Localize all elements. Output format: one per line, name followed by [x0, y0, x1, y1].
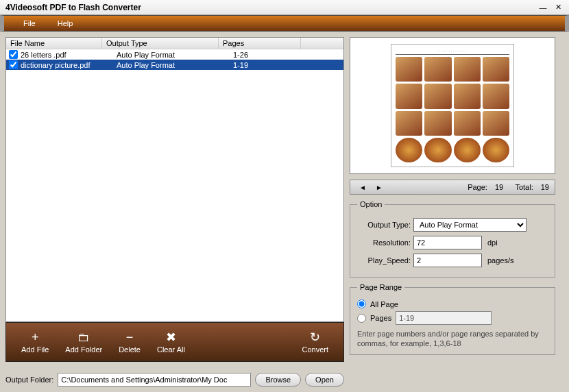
menu-help[interactable]: Help [47, 16, 84, 30]
preview-header: · · · · · · · · · · · · · · [396, 49, 509, 55]
pages-row: Pages [357, 311, 548, 325]
table-row[interactable]: 26 letters .pdfAuto Play Format1-26 [6, 49, 343, 60]
preview-pane: · · · · · · · · · · · · · · [350, 37, 555, 174]
output-folder-row: Output Folder: Browse Open [5, 373, 344, 387]
next-page-button[interactable]: ► [372, 184, 386, 191]
titlebar: 4Videosoft PDF to Flash Converter — ✕ [0, 0, 569, 15]
page-range-fieldset: Page Range All Page Pages Enter page num… [350, 283, 555, 355]
left-panel: File Name Output Type Pages 26 letters .… [5, 37, 344, 387]
all-page-radio[interactable] [357, 299, 366, 308]
row-checkbox[interactable] [9, 60, 18, 69]
preview-item-icon [424, 57, 451, 82]
speed-input[interactable] [413, 254, 482, 267]
all-page-label: All Page [370, 300, 398, 308]
preview-item-icon [396, 111, 422, 136]
output-type-label: Output Type: [357, 221, 411, 229]
col-header-pages[interactable]: Pages [219, 38, 301, 49]
cell-filename: 26 letters .pdf [21, 51, 117, 59]
output-folder-label: Output Folder: [5, 376, 53, 384]
cell-output-type: Auto Play Format [117, 61, 233, 69]
preview-item-icon [396, 84, 422, 108]
add-file-button[interactable]: + Add File [13, 328, 57, 356]
page-label: Page: [468, 183, 487, 191]
output-folder-input[interactable] [58, 373, 251, 387]
preview-item-icon [396, 138, 422, 162]
file-list: File Name Output Type Pages 26 letters .… [5, 37, 344, 322]
menubar: File Help [0, 15, 569, 32]
preview-item-icon [424, 138, 451, 162]
close-button[interactable]: ✕ [553, 3, 564, 12]
pages-radio[interactable] [357, 314, 366, 323]
resolution-input[interactable] [413, 236, 482, 249]
clear-all-button[interactable]: ✖ Clear All [149, 328, 193, 356]
pages-label: Pages [370, 314, 391, 322]
option-fieldset: Option Output Type: Auto Play Format Res… [350, 200, 555, 278]
col-header-type[interactable]: Output Type [102, 38, 219, 49]
speed-label: Play_Speed: [357, 256, 411, 265]
add-folder-label: Add Folder [65, 345, 102, 354]
preview-item-icon [424, 111, 451, 136]
preview-item-icon [454, 57, 481, 82]
preview-item-icon [483, 138, 509, 162]
preview-item-icon [454, 138, 481, 162]
preview-nav-bar: ◄ ► Page: 19 Total: 19 [350, 180, 555, 195]
resolution-unit: dpi [487, 238, 498, 247]
preview-item-icon [424, 84, 451, 108]
resolution-label: Resolution: [357, 238, 411, 247]
speed-unit: pages/s [487, 256, 514, 265]
delete-label: Delete [119, 345, 141, 354]
cell-pages: 1-26 [233, 51, 315, 59]
cell-pages: 1-19 [233, 61, 315, 69]
table-row[interactable]: dictionary picture.pdfAuto Play Format1-… [6, 60, 343, 70]
main-area: File Name Output Type Pages 26 letters .… [0, 32, 569, 392]
total-label: Total: [515, 183, 533, 191]
preview-item-icon [396, 57, 422, 82]
convert-button[interactable]: ↻ Convert [293, 328, 337, 356]
cell-output-type: Auto Play Format [117, 51, 233, 59]
browse-button[interactable]: Browse [255, 373, 301, 387]
file-list-header: File Name Output Type Pages [6, 38, 343, 49]
col-header-name[interactable]: File Name [6, 38, 102, 49]
total-value: 19 [541, 183, 549, 191]
cell-filename: dictionary picture.pdf [21, 61, 117, 69]
page-range-hint: Enter page numbers and/or page ranges se… [357, 329, 548, 349]
right-panel: · · · · · · · · · · · · · · ◄ ► Page: 19… [350, 37, 555, 387]
page-range-legend: Page Range [357, 283, 404, 291]
row-checkbox[interactable] [9, 50, 18, 59]
add-file-label: Add File [21, 345, 49, 354]
option-legend: Option [357, 200, 385, 208]
pages-input[interactable] [396, 311, 492, 325]
menu-file[interactable]: File [12, 16, 47, 30]
all-page-row: All Page [357, 299, 548, 308]
preview-item-icon [483, 84, 509, 108]
minus-icon: − [123, 330, 136, 344]
delete-button[interactable]: − Delete [110, 328, 149, 356]
preview-item-icon [483, 111, 509, 136]
plus-icon: + [28, 330, 42, 344]
refresh-icon: ↻ [308, 330, 322, 344]
resolution-row: Resolution: dpi [357, 236, 548, 249]
output-type-row: Output Type: Auto Play Format [357, 218, 548, 232]
add-folder-button[interactable]: 🗀 Add Folder [57, 328, 110, 356]
action-toolbar: + Add File 🗀 Add Folder − Delete ✖ Clear… [5, 322, 344, 362]
window-title: 4Videosoft PDF to Flash Converter [5, 3, 533, 12]
clear-all-label: Clear All [157, 345, 185, 354]
page-value: 19 [495, 183, 503, 191]
preview-item-icon [483, 57, 509, 82]
folder-plus-icon: 🗀 [77, 330, 90, 344]
preview-thumbnail: · · · · · · · · · · · · · · [391, 44, 514, 167]
prev-page-button[interactable]: ◄ [356, 184, 370, 191]
preview-item-icon [454, 111, 481, 136]
file-list-body: 26 letters .pdfAuto Play Format1-26dicti… [6, 49, 343, 321]
x-icon: ✖ [164, 330, 178, 344]
open-button[interactable]: Open [305, 373, 344, 387]
convert-label: Convert [302, 345, 328, 354]
minimize-button[interactable]: — [537, 3, 548, 12]
preview-item-icon [454, 84, 481, 108]
output-type-select[interactable]: Auto Play Format [413, 218, 526, 232]
speed-row: Play_Speed: pages/s [357, 254, 548, 267]
